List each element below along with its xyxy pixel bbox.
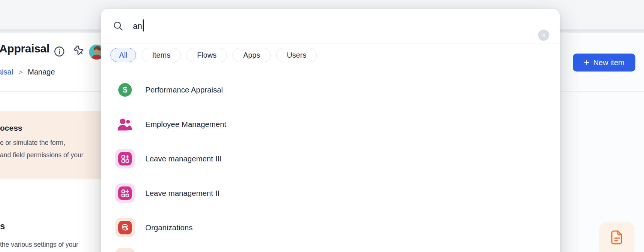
- result-label: Organizations: [145, 223, 192, 232]
- pin-icon[interactable]: [74, 45, 85, 56]
- result-label: Employee Management: [145, 120, 227, 129]
- partial-next-result-icon: [115, 248, 135, 252]
- app-grid-icon: [115, 149, 135, 168]
- search-result-item[interactable]: Leave management II: [101, 176, 560, 210]
- filter-tab-users[interactable]: Users: [276, 48, 317, 62]
- app-grid-icon: [115, 183, 135, 203]
- close-icon[interactable]: ✕: [538, 30, 549, 41]
- page-title: Appraisal: [0, 42, 49, 55]
- breadcrumb: aisal>Manage: [0, 68, 55, 76]
- database-arrow-icon: [115, 218, 135, 237]
- text-caret: [143, 19, 144, 31]
- document-card[interactable]: [599, 222, 635, 252]
- breadcrumb-link[interactable]: aisal: [0, 68, 13, 76]
- search-result-item[interactable]: Leave management III: [101, 142, 560, 176]
- search-icon: [113, 21, 123, 31]
- info-icon[interactable]: [54, 46, 65, 57]
- filter-tab-apps[interactable]: Apps: [233, 48, 271, 62]
- result-label: Leave management III: [145, 154, 222, 163]
- search-result-item[interactable]: $ Performance Appraisal: [101, 73, 560, 107]
- search-filter-tabs: All Items Flows Apps Users: [110, 48, 317, 62]
- result-label: Leave management II: [145, 189, 219, 198]
- search-input[interactable]: an: [101, 9, 560, 43]
- settings-heading: s: [0, 221, 5, 231]
- filter-tab-all[interactable]: All: [110, 48, 136, 62]
- new-item-label: New item: [593, 58, 624, 67]
- filter-tab-flows[interactable]: Flows: [186, 48, 227, 62]
- process-panel-line: and field permissions of your: [0, 151, 83, 159]
- process-panel-heading: ocess: [0, 124, 22, 133]
- global-search-modal: an ✕ All Items Flows Apps Users $ Perfor…: [101, 9, 560, 252]
- search-results-list: $ Performance Appraisal Employee Managem…: [101, 73, 560, 245]
- new-item-button[interactable]: + New item: [573, 54, 635, 72]
- search-result-item[interactable]: Organizations: [101, 210, 560, 245]
- settings-line: the various settings of your: [0, 241, 78, 249]
- dollar-circle-icon: $: [115, 80, 135, 100]
- plus-icon: +: [584, 57, 589, 67]
- document-icon: [611, 230, 623, 246]
- process-panel-line: e or simulate the form,: [0, 139, 65, 147]
- people-icon: [115, 115, 135, 134]
- breadcrumb-chevron-icon: >: [18, 68, 22, 76]
- search-result-item[interactable]: Employee Management: [101, 107, 560, 142]
- filter-tab-items[interactable]: Items: [142, 48, 181, 62]
- breadcrumb-current: Manage: [28, 68, 55, 76]
- result-label: Performance Appraisal: [145, 85, 223, 94]
- process-info-panel: ocess e or simulate the form, and field …: [0, 111, 112, 179]
- search-query-text: an: [133, 21, 142, 31]
